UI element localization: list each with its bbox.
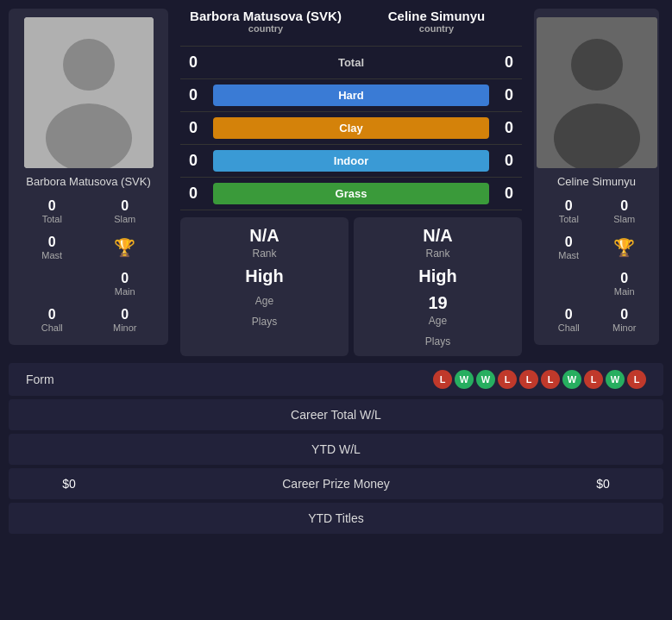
right-player-stats: 0 Total 0 Slam 0 Mast 🏆 0 (543, 195, 650, 336)
left-stat-main: 0 Main (91, 267, 160, 300)
svg-point-4 (571, 39, 623, 91)
bottom-row-label-2: Career Prize Money (112, 477, 560, 491)
form-badge-8: W (606, 370, 625, 389)
match-row-total: 0 Total 0 (180, 46, 522, 79)
center-right-name: Celine Simunyu country (351, 9, 522, 37)
center-panel: Barbora Matusova (SVK) country Celine Si… (173, 9, 529, 356)
right-player-card: Celine Simunyu 0 Total 0 Slam 0 Mast (534, 9, 659, 345)
match-row-grass: 0 Grass 0 (180, 178, 522, 210)
svg-point-1 (63, 39, 115, 91)
bottom-row-label-0: Career Total W/L (112, 408, 560, 422)
bottom-row-0: Career Total W/L (9, 399, 663, 430)
right-player-avatar (537, 17, 657, 168)
bottom-rows: Career Total W/LYTD W/L$0Career Prize Mo… (9, 399, 663, 534)
total-label: Total (213, 52, 489, 73)
match-row-hard: 0 Hard 0 (180, 79, 522, 112)
right-stat-main: 0 Main (599, 267, 651, 300)
left-player-section: Barbora Matusova (SVK) 0 Total 0 Slam 0 … (9, 9, 168, 356)
left-country: country (180, 23, 351, 34)
right-player-name: Celine Simunyu (557, 175, 636, 188)
form-badge-6: W (562, 370, 581, 389)
clay-button[interactable]: Clay (213, 117, 489, 139)
bottom-row-label-3: YTD Titles (112, 511, 560, 525)
hard-button[interactable]: Hard (213, 85, 489, 106)
left-stat-chall: 0 Chall (17, 304, 87, 336)
left-stat-mast: 0 Mast (17, 231, 87, 264)
form-badges: LWWLLLWLWL (433, 370, 646, 389)
right-age-row: 19 (428, 293, 447, 313)
bottom-row-3: YTD Titles (9, 503, 663, 534)
left-player-stats: 0 Total 0 Slam 0 Mast 🏆 0 (17, 195, 160, 336)
right-stat-total: 0 Total (543, 195, 595, 228)
right-trophy-icon: 🏆 (613, 237, 635, 258)
right-stat-minor: 0 Minor (599, 304, 651, 336)
left-trophy: 🏆 (91, 231, 160, 264)
form-badge-4: L (519, 370, 538, 389)
form-badge-0: L (433, 370, 452, 389)
left-player-avatar (24, 17, 154, 168)
right-stat-chall: 0 Chall (543, 304, 595, 336)
left-player-card: Barbora Matusova (SVK) 0 Total 0 Slam 0 … (9, 9, 168, 345)
left-player-name: Barbora Matusova (SVK) (26, 175, 151, 188)
form-label: Form (26, 373, 54, 386)
bottom-row-2: $0Career Prize Money$0 (9, 468, 663, 499)
bottom-row-1: YTD W/L (9, 434, 663, 465)
bottom-row-left-value-2: $0 (26, 477, 112, 491)
bottom-row-right-value-2: $0 (560, 477, 646, 491)
form-badge-2: W (476, 370, 495, 389)
left-stat-slam: 0 Slam (91, 195, 160, 228)
right-stat-mast: 0 Mast (543, 231, 595, 264)
rank-panels: N/A Rank High Age Plays N/A Rank High (180, 217, 522, 356)
center-player-names: Barbora Matusova (SVK) country Celine Si… (180, 9, 522, 37)
form-badge-7: L (584, 370, 603, 389)
form-badge-5: L (541, 370, 560, 389)
left-stat-minor: 0 Minor (91, 304, 160, 336)
right-player-section: Celine Simunyu 0 Total 0 Slam 0 Mast (534, 9, 663, 356)
indoor-button[interactable]: Indoor (213, 150, 489, 172)
form-row: Form LWWLLLWLWL (9, 363, 663, 396)
player-comparison: Barbora Matusova (SVK) 0 Total 0 Slam 0 … (9, 9, 663, 356)
grass-button[interactable]: Grass (213, 183, 489, 204)
left-stat-total: 0 Total (17, 195, 87, 228)
trophy-icon: 🏆 (114, 237, 135, 258)
form-badge-3: L (498, 370, 517, 389)
form-badge-1: W (455, 370, 474, 389)
left-rank-panel: N/A Rank High Age Plays (180, 217, 349, 356)
right-rank-panel: N/A Rank High 19 Age Plays (354, 217, 522, 356)
bottom-row-label-1: YTD W/L (112, 442, 560, 456)
form-badge-9: L (627, 370, 646, 389)
main-container: Barbora Matusova (SVK) 0 Total 0 Slam 0 … (0, 0, 672, 542)
right-trophy: 🏆 (599, 231, 651, 264)
right-stat-slam: 0 Slam (599, 195, 651, 228)
match-row-clay: 0 Clay 0 (180, 112, 522, 145)
right-country: country (351, 23, 522, 34)
match-rows: 0 Total 0 0 Hard 0 0 Clay 0 0 Indoor (180, 46, 522, 210)
match-row-indoor: 0 Indoor 0 (180, 145, 522, 178)
center-left-name: Barbora Matusova (SVK) country (180, 9, 351, 37)
